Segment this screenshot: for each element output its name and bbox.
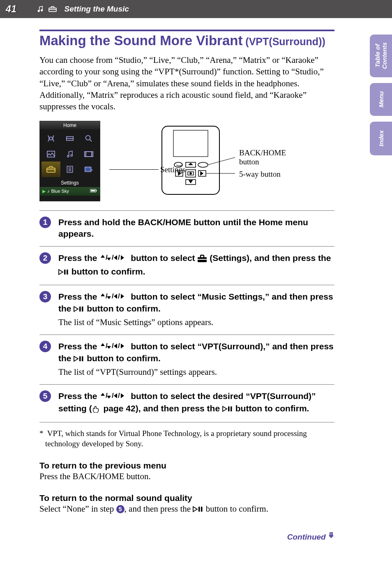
play-pause-icon	[74, 305, 84, 314]
step-num-5: 5	[39, 390, 51, 402]
page-number: 41	[6, 4, 17, 15]
rn-end: button to confirm.	[203, 504, 268, 514]
screen-title: Home	[40, 121, 100, 129]
svg-text:/: /	[112, 392, 114, 399]
main-content: Making the Sound More Vibrant (VPT(Surro…	[0, 18, 392, 542]
svg-text:/: /	[112, 254, 114, 261]
svg-rect-53	[198, 507, 200, 512]
search-icon-small	[84, 134, 93, 143]
return-prev-text: Press the BACK/HOME button.	[39, 471, 334, 482]
label-back-home: BACK/HOME button	[239, 148, 297, 166]
step-num-3: 3	[39, 291, 51, 302]
s2-mid: button to select	[128, 253, 197, 263]
play-pause-icon	[58, 268, 69, 277]
s2-post: (Settings), and then press the	[207, 253, 331, 263]
svg-point-26	[190, 173, 191, 174]
return-normal-heading: To return to the normal sound quality	[39, 493, 334, 503]
video-icon	[84, 151, 94, 157]
svg-point-1	[41, 9, 42, 11]
rn-pre: Select “None” in step	[39, 504, 116, 514]
svg-rect-42	[82, 307, 83, 311]
s3-pre: Press the	[58, 292, 99, 301]
return-prev-heading: To return to the previous menu	[39, 461, 334, 471]
tab-table-of-contents[interactable]: Table of Contents	[370, 35, 392, 77]
s2-end: button to confirm.	[69, 267, 145, 276]
s2-pre: Press the	[58, 253, 99, 263]
dpad-icon: ///	[99, 341, 128, 353]
svg-rect-54	[201, 507, 203, 512]
continued-indicator: Continued	[39, 532, 334, 542]
list-icon	[66, 165, 74, 173]
s5-end: button to confirm.	[233, 404, 309, 413]
svg-rect-18	[162, 126, 219, 194]
continued-arrow-icon	[328, 533, 334, 541]
shuffle-icon	[84, 166, 93, 173]
svg-line-29	[208, 157, 235, 165]
play-icon-tiny: ▶	[42, 189, 46, 194]
continued-label: Continued	[287, 533, 326, 541]
battery-icon	[90, 189, 97, 194]
svg-rect-41	[79, 307, 81, 311]
play-pause-icon	[222, 404, 233, 414]
radio-icon	[46, 134, 55, 143]
svg-rect-11	[92, 152, 93, 157]
s4-pre: Press the	[58, 341, 99, 351]
header-bar: 41 Setting the Music	[0, 0, 392, 18]
step-num-2: 2	[39, 252, 51, 264]
step-num-1: 1	[39, 217, 51, 228]
svg-text:/: /	[112, 342, 114, 350]
tab-menu[interactable]: Menu	[370, 83, 392, 116]
note-tiny: ♪	[47, 189, 50, 194]
svg-point-5	[86, 136, 90, 140]
svg-point-20	[174, 162, 182, 167]
tab-index[interactable]: Index	[370, 122, 392, 155]
main-heading: Making the Sound More Vibrant	[39, 33, 242, 48]
tab-toc-label: Table of Contents	[374, 35, 388, 77]
step-2-head: Press the /// button to select (Settings…	[58, 252, 334, 278]
intro-paragraph: You can choose from “Studio,” “Live,” “C…	[39, 54, 334, 113]
footnote: * VPT, which stands for Virtual Phone Te…	[39, 428, 334, 449]
svg-point-0	[38, 10, 39, 12]
device-home-screen: Home Settings ▶ ♪ Blue Sky	[39, 121, 100, 201]
svg-rect-14	[85, 167, 91, 172]
step-4-head: Press the /// button to select “VPT(Surr…	[58, 341, 334, 365]
heading-rule	[39, 30, 334, 31]
svg-point-7	[67, 155, 69, 157]
svg-rect-47	[82, 356, 83, 361]
figures-row: Home Settings ▶ ♪ Blue Sky	[39, 121, 334, 201]
step-3: 3 Press the /// button to select “Music …	[39, 285, 334, 335]
step-3-body: The list of “Music Settings” options app…	[58, 316, 334, 328]
svg-text:/: /	[112, 293, 114, 300]
svg-point-3	[49, 137, 52, 140]
rn-mid: , and then press the	[125, 504, 193, 514]
steps-list: 1 Press and hold the BACK/HOME button un…	[39, 210, 334, 422]
svg-rect-52	[231, 406, 232, 411]
step-5: 5 Press the /// button to select the des…	[39, 384, 334, 422]
svg-rect-10	[85, 152, 86, 157]
music-note-icon	[37, 5, 44, 13]
svg-text:/: /	[118, 342, 120, 350]
svg-rect-2	[49, 8, 56, 12]
hand-pointer-icon	[92, 404, 101, 415]
section-title: Setting the Music	[65, 5, 129, 14]
step-3-head: Press the /// button to select “Music Se…	[58, 291, 334, 316]
dpad-icon: ///	[99, 291, 128, 303]
step-1-head: Press and hold the BACK/HOME button unti…	[58, 217, 334, 240]
svg-rect-19	[173, 130, 208, 157]
svg-rect-51	[228, 406, 230, 411]
s5-pre: Press the	[58, 391, 99, 401]
step-1: 1 Press and hold the BACK/HOME button un…	[39, 210, 334, 247]
toolbox-inline-icon	[197, 254, 207, 265]
svg-text:/: /	[118, 392, 120, 399]
svg-text:/: /	[118, 254, 120, 261]
step-num-4: 4	[39, 341, 51, 352]
s3-end: button to confirm.	[84, 304, 160, 313]
play-pause-icon	[74, 354, 84, 364]
device-outline	[158, 125, 236, 195]
main-heading-row: Making the Sound More Vibrant (VPT(Surro…	[39, 33, 334, 48]
svg-rect-17	[96, 190, 97, 192]
step-4-body: The list of “VPT(Surround)” settings app…	[58, 366, 334, 378]
main-heading-sub: (VPT(Surround))	[242, 36, 325, 47]
steps-end-rule	[39, 422, 334, 422]
svg-rect-46	[79, 356, 81, 361]
